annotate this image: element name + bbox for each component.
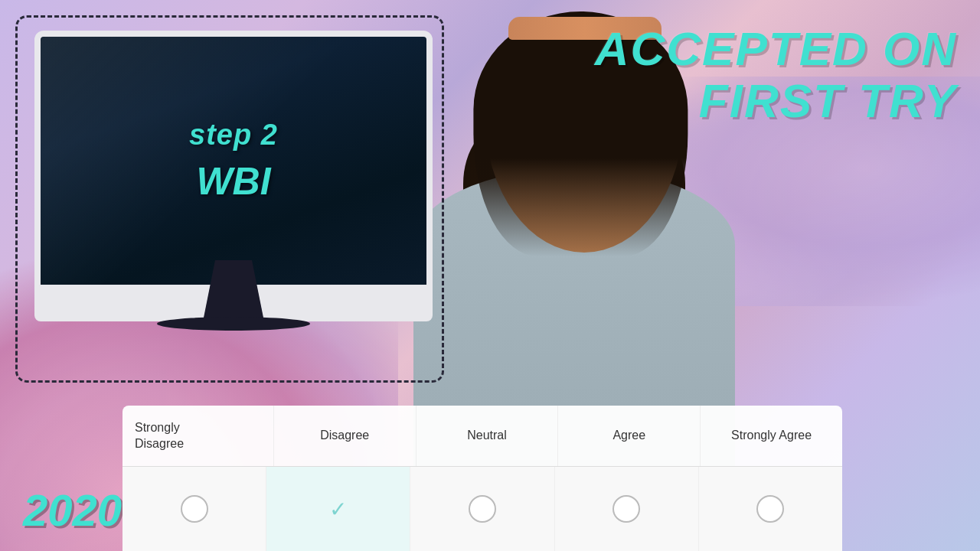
screen-text-wbi: WBI: [196, 159, 270, 204]
monitor-base: [157, 317, 310, 331]
accepted-line3: FIRST TRY: [595, 75, 957, 127]
accepted-text: ACCEPTED ON FIRST TRY: [595, 23, 957, 127]
header-agree: Agree: [558, 406, 701, 466]
header-disagree: Disagree: [274, 406, 416, 466]
monitor-container: step 2 WBI: [15, 15, 452, 398]
radio-strongly-agree[interactable]: [756, 495, 784, 523]
header-neutral: Neutral: [416, 406, 559, 466]
year-label: 2020: [23, 484, 122, 536]
header-strongly-agree: Strongly Agree: [701, 406, 842, 466]
header-strongly-disagree: StronglyDisagree: [122, 406, 274, 466]
cell-disagree[interactable]: ✓: [266, 467, 410, 551]
radio-disagree-selected[interactable]: ✓: [329, 497, 347, 522]
radio-strongly-disagree[interactable]: [181, 495, 208, 523]
monitor: step 2 WBI: [34, 31, 433, 321]
cell-strongly-agree[interactable]: [699, 467, 842, 551]
cell-neutral[interactable]: [410, 467, 554, 551]
accepted-line1: ACCEPTED ON: [595, 23, 957, 75]
survey-table: StronglyDisagree Disagree Neutral Agree …: [122, 406, 842, 551]
survey-header: StronglyDisagree Disagree Neutral Agree …: [122, 406, 842, 467]
cell-strongly-disagree[interactable]: [122, 467, 266, 551]
radio-neutral[interactable]: [469, 495, 496, 523]
screen-text-step: step 2: [189, 119, 278, 152]
monitor-screen: step 2 WBI: [34, 31, 433, 291]
radio-agree[interactable]: [612, 495, 640, 523]
cell-agree[interactable]: [555, 467, 699, 551]
survey-row: ✓: [122, 467, 842, 551]
